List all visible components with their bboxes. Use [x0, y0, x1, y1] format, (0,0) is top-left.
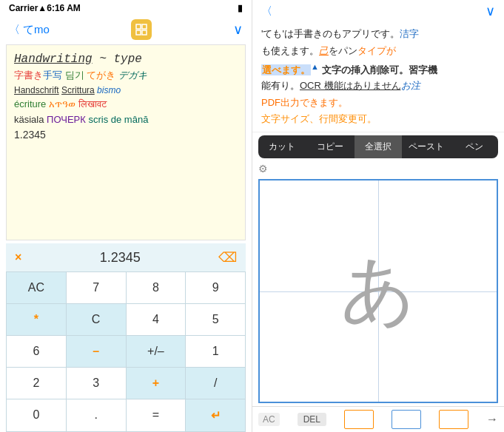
calc-btn-plus-minus[interactable]: +/– — [127, 336, 186, 367]
calc-display: × 1.2345 ⌫ — [6, 243, 246, 271]
battery-icon: ▮ — [238, 3, 243, 13]
back-label: てmo — [23, 23, 50, 37]
bottom-box-1[interactable] — [344, 410, 374, 429]
right-chevron-down[interactable]: ∨ — [485, 3, 495, 19]
calc-btn-multiply[interactable]: * — [7, 304, 66, 335]
calc-btn-9[interactable]: 9 — [186, 272, 245, 303]
calc-btn-plus[interactable]: + — [127, 368, 186, 399]
context-copy[interactable]: コピー — [306, 135, 355, 158]
chevron-down-button[interactable]: ∨ — [233, 21, 243, 38]
context-pen[interactable]: ペン — [450, 135, 498, 158]
grid-icon[interactable] — [131, 19, 152, 40]
handwriting-character: あ — [340, 241, 416, 341]
context-paste[interactable]: ペースト — [402, 135, 450, 158]
hw-line-6: 1.2345 — [14, 128, 238, 143]
bottom-box-3[interactable] — [439, 410, 468, 429]
bottom-box-2[interactable] — [392, 410, 421, 429]
calc-btn-3[interactable]: 3 — [67, 368, 126, 399]
calc-btn-enter[interactable]: ↵ — [186, 399, 245, 431]
left-panel: Carrier ▲ 6:16 AM ▮ 〈 てmo ∨ Handwriting … — [0, 0, 252, 432]
wifi-icon: ▲ — [38, 3, 47, 13]
context-select-all[interactable]: 全選択 — [355, 135, 403, 158]
calc-btn-dot[interactable]: . — [67, 399, 126, 431]
chevron-left-icon: 〈 — [9, 23, 20, 37]
right-navigation: 〈 ∨ — [252, 0, 504, 22]
calc-btn-ac[interactable]: AC — [7, 272, 66, 303]
calc-btn-1[interactable]: 1 — [186, 336, 245, 367]
calc-operator: × — [15, 251, 21, 264]
calc-btn-4[interactable]: 4 — [127, 304, 186, 335]
calc-display-value: 1.2345 — [100, 250, 141, 266]
svg-rect-3 — [142, 30, 147, 35]
context-cut[interactable]: カット — [258, 135, 306, 158]
calculator-buttons: AC 7 8 9 * C 4 5 6 – +/– 1 2 3 + / 0 . =… — [6, 271, 246, 432]
calc-btn-divide[interactable]: / — [186, 368, 245, 399]
right-text-line4: 能有り。OCR 機能はありませんお注 — [261, 78, 495, 94]
hw-line-4: écriture አጥዓወ लिखावट — [14, 98, 238, 111]
right-back-button[interactable]: 〈 — [261, 4, 272, 18]
calc-btn-5[interactable]: 5 — [186, 304, 245, 335]
calc-btn-0[interactable]: 0 — [7, 399, 66, 431]
status-bar: Carrier ▲ 6:16 AM ▮ — [0, 0, 252, 16]
right-text-line6: 文字サイズ、行間変更可。 — [261, 112, 495, 127]
hw-line-2: 字書き手写 딤기 てがき デガキ — [14, 69, 238, 82]
hw-line-5: käsiala ПОЧЕРК scris de mână — [14, 113, 238, 126]
del-button[interactable]: DEL — [298, 413, 326, 426]
calc-btn-minus[interactable]: – — [67, 336, 126, 367]
right-text-line2: も使えます。己をパンタイプが — [261, 44, 495, 59]
handwriting-input-area[interactable]: あ — [258, 179, 498, 403]
hw-line-1: Handwriting ~ type — [14, 51, 238, 67]
calc-btn-c[interactable]: C — [67, 304, 126, 335]
hw-line-3: Handschrift Scrittura bismo — [14, 84, 238, 97]
right-arrow-button[interactable]: → — [486, 413, 498, 426]
right-text-line1: 'ても'は手書きのもアプリです。洁字 — [261, 27, 495, 42]
calc-btn-7[interactable]: 7 — [67, 272, 126, 303]
carrier-label: Carrier — [9, 3, 38, 13]
right-panel: 〈 ∨ 'ても'は手書きのもアプリです。洁字 も使えます。己をパンタイプが 選べ… — [252, 0, 504, 432]
bottom-bar: AC DEL → — [252, 406, 504, 432]
calc-btn-6[interactable]: 6 — [7, 336, 66, 367]
right-text-line3: 選べます。▲ 文字の挿入削除可。習字機 — [261, 61, 495, 78]
ac-button[interactable]: AC — [258, 413, 280, 426]
right-text-area: 'ても'は手書きのもアプリです。洁字 も使えます。己をパンタイプが 選べます。▲… — [252, 22, 504, 132]
calc-btn-equals[interactable]: = — [127, 399, 186, 431]
calc-btn-2[interactable]: 2 — [7, 368, 66, 399]
handwriting-area[interactable]: Handwriting ~ type 字書き手写 딤기 てがき デガキ Hand… — [6, 44, 246, 240]
backspace-button[interactable]: ⌫ — [218, 249, 237, 266]
time-label: 6:16 AM — [47, 3, 81, 13]
left-navigation: 〈 てmo ∨ — [0, 16, 252, 44]
right-text-line5: PDF出力できます。 — [261, 95, 495, 111]
svg-rect-2 — [136, 30, 141, 35]
calc-btn-8[interactable]: 8 — [127, 272, 186, 303]
calculator-area: × 1.2345 ⌫ AC 7 8 9 * C 4 5 6 – +/– 1 2 … — [6, 243, 246, 432]
context-menu: カット コピー 全選択 ペースト ペン — [258, 135, 498, 158]
svg-rect-1 — [142, 24, 147, 29]
svg-rect-0 — [136, 24, 141, 29]
back-button[interactable]: 〈 てmo — [9, 23, 50, 37]
